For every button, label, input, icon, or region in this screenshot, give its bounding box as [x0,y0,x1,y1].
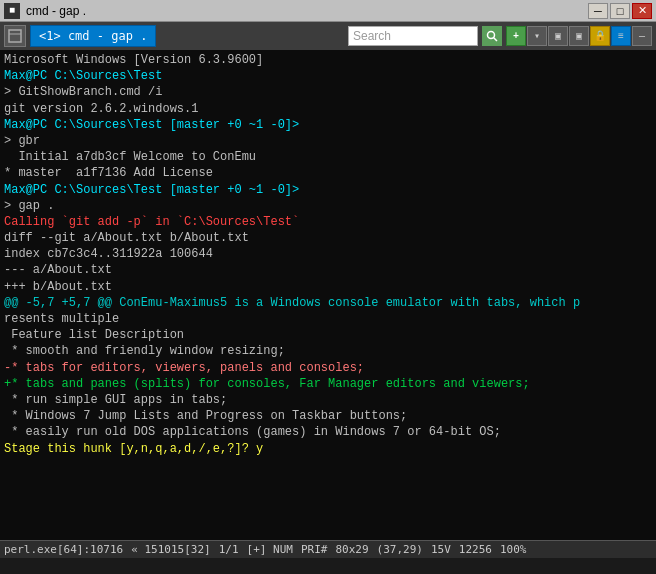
terminal-line: Feature list Description [4,327,652,343]
app-icon: ■ [4,3,20,19]
status-voltage: 15V [431,543,451,556]
maximize-button[interactable]: □ [610,3,630,19]
status-coords: (37,29) [377,543,423,556]
lock-button[interactable]: 🔒 [590,26,610,46]
terminal-line: * master a1f7136 Add License [4,165,652,181]
new-console-button[interactable]: + [506,26,526,46]
status-exe: perl.exe[64]:10716 [4,543,123,556]
terminal-line: --- a/About.txt [4,262,652,278]
svg-point-2 [488,32,495,39]
status-num: [+] NUM [247,543,293,556]
terminal-line: * easily run old DOS applications (games… [4,424,652,440]
screen-button[interactable]: ▣ [548,26,568,46]
status-size: 80x29 [335,543,368,556]
terminal-line: Calling `git add -p` in `C:\Sources\Test… [4,214,652,230]
status-memory: 12256 [459,543,492,556]
terminal-line: Stage this hunk [y,n,q,a,d,/,e,?]? y [4,441,652,457]
minimize-button[interactable]: ─ [588,3,608,19]
status-fraction: 1/1 [219,543,239,556]
tab-bar: <1> cmd - gap . Search + ▾ ▣ ▣ 🔒 ≡ — [0,22,656,50]
close-button[interactable]: ✕ [632,3,652,19]
terminal-output: Microsoft Windows [Version 6.3.9600]Max@… [0,50,656,540]
search-input[interactable]: Search [348,26,478,46]
screen2-button[interactable]: ▣ [569,26,589,46]
terminal-line: diff --git a/About.txt b/About.txt [4,230,652,246]
terminal-line: > gap . [4,198,652,214]
terminal-line: Max@PC C:\Sources\Test [master +0 ~1 -0]… [4,117,652,133]
status-pri: PRI# [301,543,328,556]
status-bar: perl.exe[64]:10716 « 151015[32] 1/1 [+] … [0,540,656,558]
terminal-line: * smooth and friendly window resizing; [4,343,652,359]
terminal-line: Max@PC C:\Sources\Test [master +0 ~1 -0]… [4,182,652,198]
status-zoom: 100% [500,543,527,556]
terminal-line: +++ b/About.txt [4,279,652,295]
title-bar: ■ cmd - gap . ─ □ ✕ [0,0,656,22]
conemu-logo-icon [8,29,22,43]
terminal-line: index cb7c3c4..311922a 100644 [4,246,652,262]
svg-line-3 [494,38,498,42]
search-button[interactable] [482,26,502,46]
window-controls: ─ □ ✕ [588,3,652,19]
svg-rect-0 [9,30,21,42]
terminal-line: resents multiple [4,311,652,327]
terminal-line: Initial a7db3cf Welcome to ConEmu [4,149,652,165]
conemu-icon [4,25,26,47]
title-bar-left: ■ cmd - gap . [4,3,86,19]
window-title: cmd - gap . [26,4,86,18]
terminal-line: * Windows 7 Jump Lists and Progress on T… [4,408,652,424]
search-icon [486,30,498,42]
terminal-line: > GitShowBranch.cmd /i [4,84,652,100]
terminal-line: Microsoft Windows [Version 6.3.9600] [4,52,652,68]
dropdown-button[interactable]: ▾ [527,26,547,46]
app-icon-symbol: ■ [9,5,15,16]
terminal-line: @@ -5,7 +5,7 @@ ConEmu-Maximus5 is a Win… [4,295,652,311]
terminal-line: git version 2.6.2.windows.1 [4,101,652,117]
terminal-line: Max@PC C:\Sources\Test [4,68,652,84]
terminal-line: > gbr [4,133,652,149]
settings-button[interactable]: ≡ [611,26,631,46]
terminal-line: +* tabs and panes (splits) for consoles,… [4,376,652,392]
tab-cmd[interactable]: <1> cmd - gap . [30,25,156,47]
minimize-toolbar-button[interactable]: — [632,26,652,46]
status-position: « 151015[32] [131,543,210,556]
search-area: Search + ▾ ▣ ▣ 🔒 ≡ — [348,26,652,46]
terminal-line: * run simple GUI apps in tabs; [4,392,652,408]
terminal-line: -* tabs for editors, viewers, panels and… [4,360,652,376]
